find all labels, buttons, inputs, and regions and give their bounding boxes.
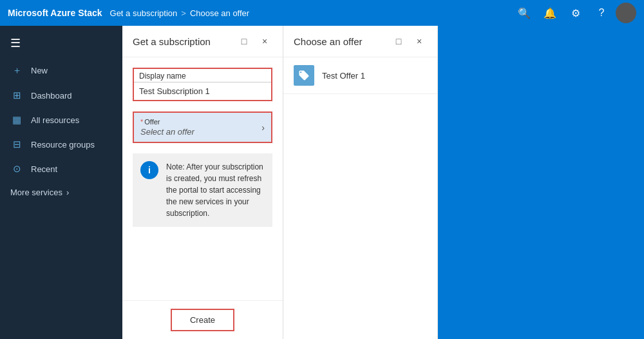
breadcrumb: Get a subscription > Choose an offer — [110, 8, 505, 18]
create-button[interactable]: Create — [171, 309, 234, 331]
panel-right-content: Test Offer 1 — [283, 57, 437, 339]
panel-left-close-icon[interactable]: × — [257, 34, 272, 49]
top-bar: Microsoft Azure Stack Get a subscription… — [0, 0, 644, 26]
sidebar-item-dashboard[interactable]: ⊞ Dashboard — [0, 83, 122, 108]
panel-left-minimize-icon[interactable]: □ — [236, 34, 252, 49]
offer-item-name: Test Offer 1 — [322, 71, 365, 81]
all-resources-icon: ▦ — [10, 114, 23, 126]
panel-right-close-icon[interactable]: × — [412, 34, 427, 49]
offer-selector-content: *Offer Select an offer — [140, 118, 194, 137]
sidebar-more-services[interactable]: More services › — [0, 181, 122, 204]
display-name-group: Display name — [133, 68, 272, 101]
sidebar: ☰ ＋ New ⊞ Dashboard ▦ All resources ⊟ Re… — [0, 26, 122, 339]
search-icon[interactable]: 🔍 — [513, 1, 536, 24]
settings-icon[interactable]: ⚙ — [564, 1, 587, 24]
sidebar-item-recent[interactable]: ⊙ Recent — [0, 157, 122, 181]
display-name-label: Display name — [134, 69, 271, 81]
sidebar-item-all-resources-label: All resources — [31, 115, 79, 125]
panel-right-header-icons: □ × — [391, 34, 427, 49]
content-area: Get a subscription □ × Display name *Off… — [122, 26, 644, 339]
info-icon: i — [140, 161, 158, 179]
info-box: i Note: After your subscription is creat… — [133, 153, 272, 227]
offer-required: * — [140, 118, 143, 126]
offer-selector[interactable]: *Offer Select an offer › — [133, 111, 272, 143]
sidebar-item-new-label: New — [31, 66, 48, 75]
info-text: Note: After your subscription is created… — [166, 161, 265, 219]
panel-right-minimize-icon[interactable]: □ — [391, 34, 406, 49]
sidebar-item-all-resources[interactable]: ▦ All resources — [0, 108, 122, 132]
avatar[interactable] — [616, 3, 636, 23]
panel-left-content: Display name *Offer Select an offer › i — [122, 57, 283, 300]
panel-left-title: Get a subscription — [133, 36, 211, 47]
sidebar-item-recent-label: Recent — [31, 164, 57, 174]
dashboard-icon: ⊞ — [10, 90, 23, 101]
panel-right-header: Choose an offer □ × — [283, 26, 437, 57]
panel-left-header-icons: □ × — [236, 34, 272, 49]
help-icon[interactable]: ? — [590, 1, 613, 24]
more-services-label: More services — [10, 188, 62, 197]
offer-chevron-icon: › — [261, 122, 265, 133]
breadcrumb-step2[interactable]: Choose an offer — [190, 8, 249, 18]
top-bar-icons: 🔍 🔔 ⚙ ? — [513, 1, 636, 24]
bell-icon[interactable]: 🔔 — [538, 1, 562, 24]
sidebar-item-dashboard-label: Dashboard — [31, 91, 72, 101]
display-name-input[interactable] — [134, 82, 271, 100]
offer-tag-icon — [294, 65, 314, 86]
panel-right-title: Choose an offer — [294, 36, 362, 47]
breadcrumb-step1[interactable]: Get a subscription — [110, 8, 178, 18]
content-blue-area — [438, 26, 644, 339]
brand-title: Microsoft Azure Stack — [8, 8, 102, 18]
sidebar-item-resource-groups-label: Resource groups — [31, 140, 95, 150]
panel-left-header: Get a subscription □ × — [122, 26, 283, 57]
recent-icon: ⊙ — [10, 163, 23, 175]
offer-label: *Offer — [140, 118, 194, 126]
offer-placeholder: Select an offer — [140, 127, 194, 137]
hamburger-icon[interactable]: ☰ — [0, 31, 122, 55]
panel-choose-offer: Choose an offer □ × Test Offer 1 — [283, 26, 438, 339]
main-layout: ☰ ＋ New ⊞ Dashboard ▦ All resources ⊟ Re… — [0, 26, 644, 339]
offer-list-item[interactable]: Test Offer 1 — [283, 57, 437, 94]
panel-get-subscription: Get a subscription □ × Display name *Off… — [122, 26, 283, 339]
sidebar-item-new[interactable]: ＋ New — [0, 58, 122, 83]
breadcrumb-separator: > — [181, 8, 186, 18]
sidebar-item-resource-groups[interactable]: ⊟ Resource groups — [0, 132, 122, 157]
more-services-chevron: › — [66, 188, 69, 197]
new-icon: ＋ — [10, 64, 23, 77]
resource-groups-icon: ⊟ — [10, 139, 23, 150]
panel-left-footer: Create — [122, 300, 283, 339]
